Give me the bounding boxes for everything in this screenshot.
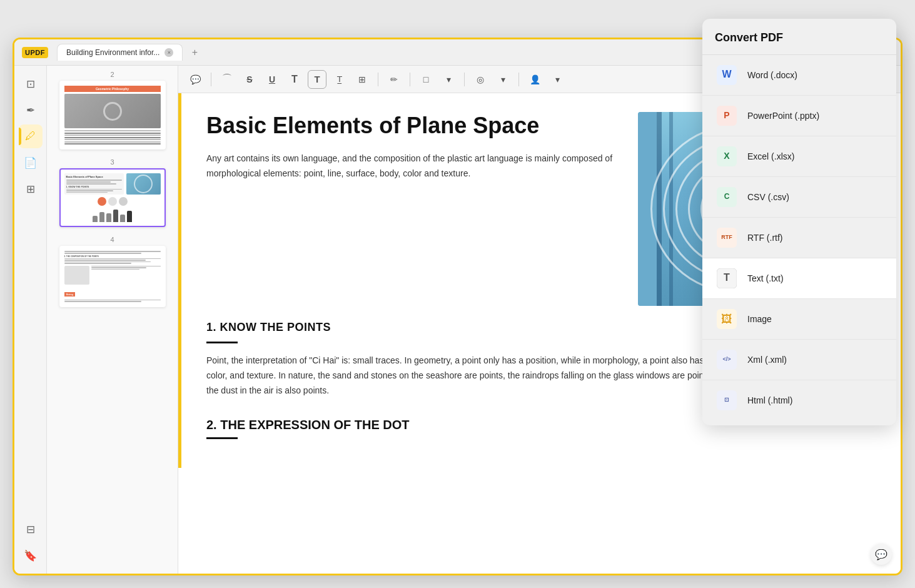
document-title: Basic Elements of Plane Space bbox=[206, 112, 623, 139]
thumb-image-2 bbox=[64, 94, 161, 128]
svg-text:🖼: 🖼 bbox=[721, 313, 732, 325]
sidebar-icon-pages[interactable]: ⊡ bbox=[19, 72, 43, 96]
thumb-string-badge: String bbox=[64, 292, 76, 297]
rtf-icon: RTF bbox=[715, 226, 739, 250]
rtf-option-label: RTF (.rtf) bbox=[747, 233, 783, 243]
text-outline-tool-button[interactable]: T̲ bbox=[330, 70, 349, 89]
thumb-page-num-2: 2 bbox=[110, 71, 114, 78]
text-box-tool-button[interactable]: T bbox=[308, 70, 326, 89]
highlight-side-icon: 🖊 bbox=[25, 130, 36, 143]
text-icon: T bbox=[715, 266, 739, 290]
user-tool-button[interactable]: 👤 bbox=[525, 70, 544, 89]
tab-close-button[interactable]: × bbox=[164, 48, 173, 57]
sidebar-bottom: ⊟ 🔖 bbox=[19, 517, 43, 567]
html-option-label: Html (.html) bbox=[747, 395, 792, 405]
svg-text:T: T bbox=[724, 272, 730, 283]
word-option-label: Word (.docx) bbox=[747, 70, 797, 80]
svg-text:X: X bbox=[724, 151, 730, 161]
rtf-convert-option[interactable]: RTF RTF (.rtf) bbox=[702, 218, 896, 258]
user-dropdown-button[interactable]: ▾ bbox=[548, 70, 567, 89]
html-convert-option[interactable]: ⊡ Html (.html) bbox=[702, 380, 896, 420]
left-sidebar: ⊡ ✒ 🖊 📄 ⊞ ⊟ 🔖 bbox=[14, 66, 47, 574]
sidebar-icon-bookmark[interactable]: 🔖 bbox=[19, 544, 43, 567]
sidebar-icon-layers[interactable]: ⊟ bbox=[19, 517, 43, 541]
crop-icon: ⊞ bbox=[26, 183, 35, 196]
comment-tool-button[interactable]: 💬 bbox=[186, 70, 205, 89]
toolbar-divider-4 bbox=[464, 73, 465, 86]
sidebar-icon-annotate[interactable]: 📄 bbox=[19, 151, 43, 175]
xml-icon: </> bbox=[715, 348, 739, 372]
svg-text:</>: </> bbox=[722, 356, 730, 362]
shape-tool-button[interactable]: □ bbox=[417, 70, 435, 89]
svg-text:W: W bbox=[722, 69, 732, 79]
toolbar-divider-1 bbox=[211, 73, 211, 86]
xml-convert-option[interactable]: </> Xml (.xml) bbox=[702, 340, 896, 380]
image-convert-option[interactable]: 🖼 Image bbox=[702, 299, 896, 340]
toolbar-divider-3 bbox=[410, 73, 410, 86]
thumb-content-2: Geometric Philosophy bbox=[61, 82, 164, 148]
arc-tool-button[interactable]: ⌒ bbox=[218, 70, 236, 89]
convert-pdf-panel: Convert PDF W Word (.docx) P PowerPoint … bbox=[702, 19, 896, 425]
comment-floating-button[interactable]: 💬 bbox=[871, 544, 892, 565]
csv-option-label: CSV (.csv) bbox=[747, 192, 789, 202]
sidebar-icon-highlight[interactable]: 🖊 bbox=[19, 124, 43, 148]
word-convert-option[interactable]: W Word (.docx) bbox=[702, 55, 896, 96]
sidebar-icon-edit[interactable]: ✒ bbox=[19, 98, 43, 122]
powerpoint-convert-option[interactable]: P PowerPoint (.pptx) bbox=[702, 96, 896, 136]
stamp-dropdown-button[interactable]: ▾ bbox=[493, 70, 512, 89]
text-convert-option[interactable]: T Text (.txt) bbox=[702, 258, 896, 299]
svg-text:RTF: RTF bbox=[721, 234, 732, 240]
thumbnail-page-4[interactable]: 3. THE COMPOSITION OF THE POINTS bbox=[59, 246, 166, 307]
table-tool-button[interactable]: ⊞ bbox=[353, 70, 372, 89]
strikethrough-tool-button[interactable]: S bbox=[240, 70, 259, 89]
thumbnail-page-2[interactable]: Geometric Philosophy bbox=[59, 81, 166, 150]
excel-convert-option[interactable]: X Excel (.xlsx) bbox=[702, 136, 896, 177]
html-icon: ⊡ bbox=[715, 388, 739, 412]
underline-tool-button[interactable]: U bbox=[263, 70, 281, 89]
text-tool-button[interactable]: T bbox=[285, 70, 304, 89]
svg-text:P: P bbox=[724, 110, 729, 120]
tab-title: Building Environment infor... bbox=[66, 48, 159, 57]
convert-panel-title: Convert PDF bbox=[702, 31, 896, 55]
csv-convert-option[interactable]: C CSV (.csv) bbox=[702, 177, 896, 218]
svg-text:C: C bbox=[724, 192, 730, 201]
excel-option-label: Excel (.xlsx) bbox=[747, 151, 794, 161]
csv-icon: C bbox=[715, 185, 739, 209]
layers-icon: ⊟ bbox=[26, 523, 35, 536]
thumb-content-3: Basic Elements of Plane Space 1. KNOW TH… bbox=[61, 170, 164, 226]
active-indicator bbox=[19, 128, 21, 145]
thumb-page-num-3: 3 bbox=[110, 158, 114, 166]
thumb-text-lines-2 bbox=[64, 130, 161, 144]
bookmark-icon: 🔖 bbox=[24, 549, 37, 562]
thumbnail-page-3[interactable]: Basic Elements of Plane Space 1. KNOW TH… bbox=[59, 168, 166, 227]
new-tab-button[interactable]: + bbox=[188, 46, 201, 59]
thumb-content-4: 3. THE COMPOSITION OF THE POINTS bbox=[61, 247, 164, 306]
pages-icon: ⊡ bbox=[26, 78, 35, 91]
powerpoint-option-label: PowerPoint (.pptx) bbox=[747, 111, 819, 121]
document-tab[interactable]: Building Environment infor... × bbox=[57, 44, 183, 61]
document-intro: Any art contains its own language, and t… bbox=[206, 151, 623, 181]
thumb-circles-3 bbox=[64, 197, 161, 206]
thumb-page-num-4: 4 bbox=[110, 236, 114, 243]
thumb-header-2: Geometric Philosophy bbox=[64, 86, 161, 92]
thumb-bars-3 bbox=[64, 208, 161, 222]
sidebar-icon-crop[interactable]: ⊞ bbox=[19, 177, 43, 201]
powerpoint-icon: P bbox=[715, 104, 739, 128]
stamp-tool-button[interactable]: ◎ bbox=[471, 70, 490, 89]
thumb-group-2: 2 Geometric Philosophy bbox=[52, 71, 173, 150]
word-icon: W bbox=[715, 63, 739, 87]
toolbar-divider-5 bbox=[518, 73, 519, 86]
thumb-group-3: 3 Basic Elements of Plane Space 1. KNOW … bbox=[52, 158, 173, 227]
pen-tool-button[interactable]: ✏ bbox=[385, 70, 403, 89]
section-underline-1 bbox=[206, 342, 238, 343]
xml-option-label: Xml (.xml) bbox=[747, 355, 787, 365]
text-option-label: Text (.txt) bbox=[747, 273, 784, 283]
thumbnail-panel: 2 Geometric Philosophy bbox=[47, 66, 178, 574]
shape-dropdown-button[interactable]: ▾ bbox=[439, 70, 458, 89]
excel-icon: X bbox=[715, 144, 739, 168]
thumb-group-4: 4 3. THE COMPOSITION OF THE POINTS bbox=[52, 236, 173, 307]
image-icon: 🖼 bbox=[715, 307, 739, 331]
app-logo: UPDF bbox=[22, 47, 48, 58]
image-option-label: Image bbox=[747, 314, 772, 324]
section-underline-2 bbox=[206, 437, 238, 439]
